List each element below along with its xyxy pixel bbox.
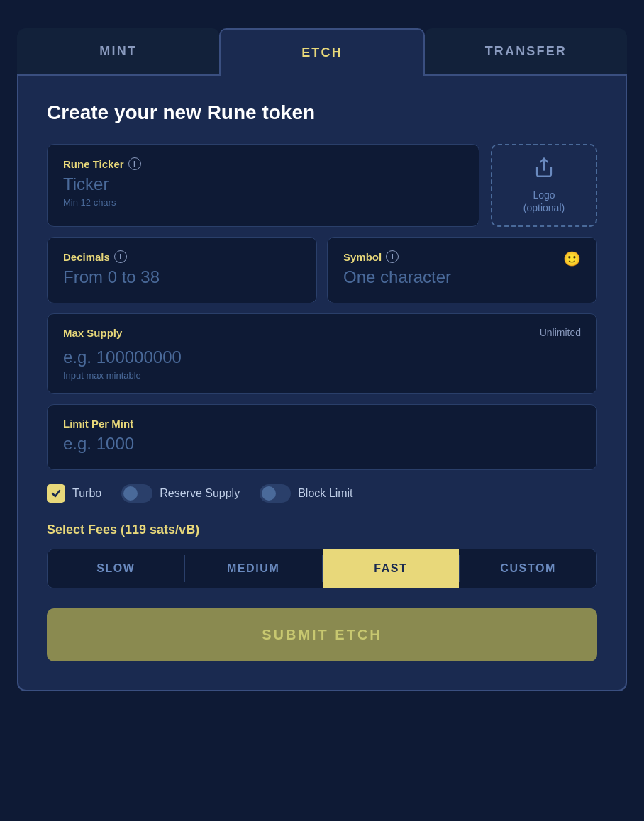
submit-button[interactable]: SUBMIT ETCH: [47, 608, 597, 661]
upload-icon: [533, 157, 555, 183]
reserve-supply-checkbox[interactable]: Reserve Supply: [121, 484, 240, 503]
decimals-field[interactable]: Decimals i From 0 to 38: [47, 237, 317, 303]
ticker-info-icon[interactable]: i: [128, 157, 141, 170]
fee-tab-custom[interactable]: CUSTOM: [460, 549, 596, 588]
turbo-checkbox[interactable]: Turbo: [47, 484, 101, 503]
tab-mint[interactable]: MINT: [17, 28, 219, 76]
max-supply-field[interactable]: Max Supply Unlimited e.g. 100000000 Inpu…: [47, 313, 597, 394]
turbo-label: Turbo: [72, 487, 101, 500]
max-supply-header: Max Supply Unlimited: [63, 327, 581, 343]
turbo-checked-icon: [47, 484, 65, 503]
checkbox-row: Turbo Reserve Supply Block Limit: [47, 484, 597, 503]
symbol-label: Symbol i: [343, 250, 399, 263]
ticker-hint: Min 12 chars: [63, 197, 463, 208]
symbol-placeholder: One character: [343, 267, 581, 287]
symbol-info-icon[interactable]: i: [386, 250, 399, 263]
decimals-symbol-row: Decimals i From 0 to 38 Symbol i 🙂 One c…: [47, 237, 597, 303]
form-area: Create your new Rune token Rune Ticker i…: [17, 76, 627, 691]
ticker-placeholder: Ticker: [63, 174, 463, 194]
fee-tab-medium[interactable]: MEDIUM: [185, 549, 322, 588]
block-limit-label: Block Limit: [298, 487, 352, 500]
ticker-field[interactable]: Rune Ticker i Ticker Min 12 chars: [47, 144, 479, 227]
ticker-label: Rune Ticker i: [63, 157, 463, 170]
app-container: MINT ETCH TRANSFER Create your new Rune …: [17, 28, 627, 691]
decimals-placeholder: From 0 to 38: [63, 267, 301, 287]
reserve-supply-toggle[interactable]: [121, 484, 152, 503]
fee-tab-slow[interactable]: SLOW: [48, 549, 184, 588]
symbol-field[interactable]: Symbol i 🙂 One character: [327, 237, 597, 303]
tab-transfer[interactable]: TRANSFER: [425, 28, 627, 76]
max-supply-hint: Input max mintable: [63, 370, 581, 381]
limit-per-mint-label: Limit Per Mint: [63, 418, 581, 430]
tab-etch[interactable]: ETCH: [219, 28, 424, 76]
tab-bar: MINT ETCH TRANSFER: [17, 28, 627, 76]
ticker-logo-row: Rune Ticker i Ticker Min 12 chars Logo(o…: [47, 144, 597, 227]
unlimited-link[interactable]: Unlimited: [540, 327, 581, 338]
symbol-header: Symbol i 🙂: [343, 250, 581, 267]
decimals-label: Decimals i: [63, 250, 301, 263]
max-supply-placeholder: e.g. 100000000: [63, 347, 581, 367]
decimals-info-icon[interactable]: i: [114, 250, 127, 263]
block-limit-checkbox[interactable]: Block Limit: [260, 484, 352, 503]
fee-section-label: Select Fees (119 sats/vB): [47, 523, 597, 537]
fee-tab-fast[interactable]: FAST: [323, 549, 460, 588]
reserve-supply-label: Reserve Supply: [160, 487, 240, 500]
max-supply-label: Max Supply: [63, 327, 122, 339]
block-limit-toggle[interactable]: [260, 484, 291, 503]
page-title: Create your new Rune token: [47, 101, 597, 124]
logo-label: Logo(optional): [523, 189, 565, 214]
fee-tabs: SLOW MEDIUM FAST CUSTOM: [47, 549, 597, 588]
emoji-icon[interactable]: 🙂: [563, 250, 581, 267]
logo-upload[interactable]: Logo(optional): [491, 144, 597, 227]
limit-per-mint-field[interactable]: Limit Per Mint e.g. 1000: [47, 404, 597, 470]
limit-per-mint-placeholder: e.g. 1000: [63, 434, 581, 454]
